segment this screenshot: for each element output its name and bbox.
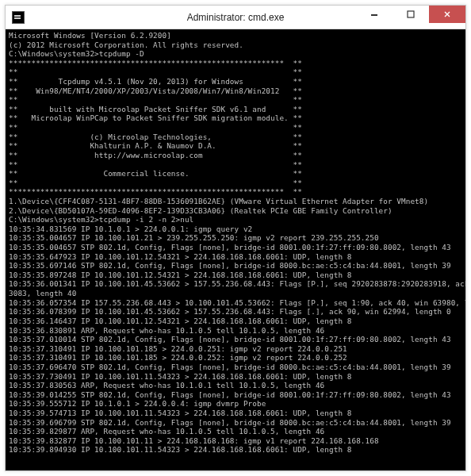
banner-line: ** (c) Microolap Technologies, ** [9,132,462,142]
banner-line: ** ** [9,178,462,188]
svg-rect-0 [371,14,377,16]
banner-line: ** Commercial license. ** [9,169,462,178]
console-line: (c) 2012 Microsoft Corporation. All righ… [9,40,462,50]
output-line: 10:35:36.830891 ARP, Request who-has 10.… [9,326,462,336]
output-line: 10:35:37.830563 ARP, Request who-has 10.… [9,381,462,390]
output-line: 10:35:39.829877 ARP, Request who-has 10.… [9,427,462,436]
banner-line: ****************************************… [9,59,462,68]
output-line: 10:35:37.696470 STP 802.1d, Config, Flag… [9,363,462,372]
output-line: 10:35:35.647923 IP 10.100.101.12.54321 >… [9,252,462,262]
output-line: 10:35:39.894930 IP 10.100.101.11.54323 >… [9,445,462,455]
output-line: 10:35:36.078399 IP 10.100.101.45.53662 >… [9,307,462,317]
output-line: 10:35:37.310491 IP 10.100.101.185 > 224.… [9,344,462,354]
banner-line: ** Khalturin A.P. & Naumov D.A. ** [9,141,462,151]
output-line: 10:35:35.004657 IP 10.100.101.21 > 239.2… [9,233,462,243]
output-line: 10:35:39.555712 IP 10.1.0.1 > 224.0.0.4:… [9,399,462,409]
output-line: 10:35:37.010014 STP 802.1d, Config, Flag… [9,335,462,344]
minimize-icon [370,10,378,18]
device-line: 1.\Device\{CFF4C087-5131-4BF7-88DB-15360… [9,197,462,206]
output-line: 10:35:37.310491 IP 10.100.101.185 > 224.… [9,353,462,363]
output-line: 10:35:36.001341 IP 10.100.101.45.53662 >… [9,279,462,289]
output-line: 10:35:35.897248 IP 10.100.101.12.54321 >… [9,271,462,280]
output-line: 10:35:39.696799 STP 802.1d, Config, Flag… [9,418,462,428]
banner-line: ** ** [9,123,462,132]
banner-line: ** ** [9,95,462,105]
output-line: 10:35:39.574713 IP 10.100.101.11.54323 >… [9,409,462,418]
maximize-icon [407,10,415,18]
minimize-button[interactable] [356,6,392,23]
output-line: 10:35:35.004657 STP 802.1d, Config, Flag… [9,243,462,252]
output-line: 10:35:35.697146 STP 802.1d, Config, Flag… [9,261,462,271]
titlebar[interactable]: Administrator: cmd.exe [6,6,465,29]
console-area[interactable]: Microsoft Windows [Version 6.2.9200](c) … [6,29,465,470]
banner-line: ** Win98/ME/NT4/2000/XP/2003/Vista/2008/… [9,86,462,96]
cmd-icon[interactable] [12,11,25,24]
banner-line: ** built with Microolap Packet Sniffer S… [9,105,462,114]
output-line: 10:35:37.730491 IP 10.100.101.11.54323 >… [9,372,462,382]
close-icon [443,10,451,18]
output-line: C:\Windows\system32>tcpdump -i 2 -n 2>nu… [9,215,462,225]
output-line: 10:35:34.831569 IP 10.1.0.1 > 224.0.0.1:… [9,225,462,234]
output-line: 10:35:39.832877 IP 10.100.101.11 > 224.1… [9,436,462,446]
banner-line: ** Tcpdump v4.5.1 (Nov 20, 2013) for Win… [9,77,462,86]
svg-rect-1 [408,11,414,17]
window-controls [356,6,465,23]
banner-line: ** ** [9,67,462,77]
console-line: Microsoft Windows [Version 6.2.9200] [9,31,462,40]
console-line: C:\Windows\system32>tcpdump -D [9,49,462,59]
output-line: 10:35:36.057354 IP 157.55.236.68.443 > 1… [9,298,462,308]
cmd-window: Administrator: cmd.exe Microsoft Windows… [5,5,466,471]
maximize-button[interactable] [392,6,429,23]
device-line: 2.\Device\{BD50107A-59ED-4096-8EF2-139D3… [9,206,462,216]
close-button[interactable] [429,6,465,23]
output-line: 3083, length 40 [9,289,462,298]
output-line: 10:35:39.014255 STP 802.1d, Config, Flag… [9,390,462,400]
banner-line: ****************************************… [9,187,462,197]
banner-line: ** http://www.microolap.com ** [9,151,462,160]
banner-line: ** ** [9,160,462,170]
banner-line: ** Microolap WinPCap to Packet Sniffer S… [9,113,462,123]
output-line: 10:35:36.146437 IP 10.100.101.12.54321 >… [9,317,462,326]
